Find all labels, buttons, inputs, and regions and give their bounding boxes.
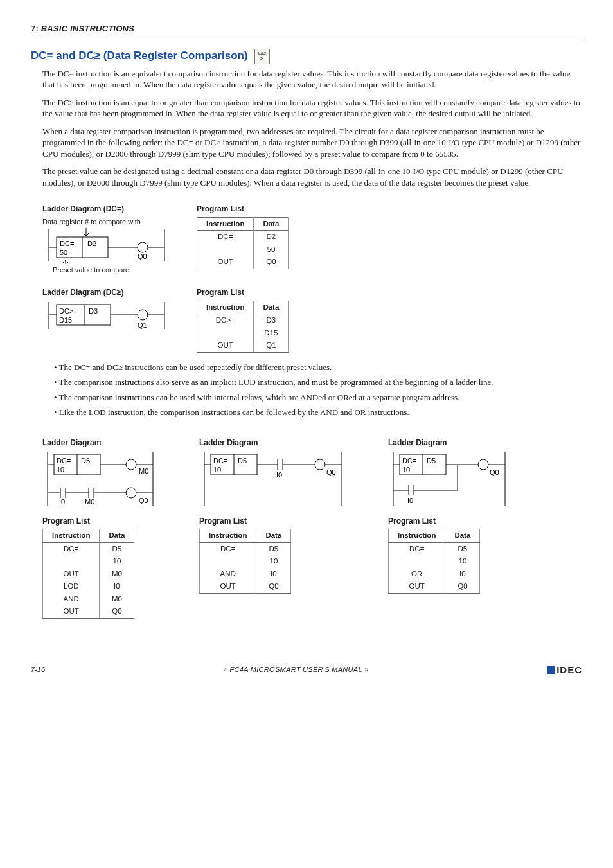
- ladder-dcge-heading: Ladder Diagram (DC≥): [42, 287, 171, 297]
- proglist-dcge-table: InstructionData DC>=D3 D15 OUTQ1: [197, 301, 289, 353]
- proglist-dceq-table: InstructionData DC=D2 50 OUTQ0: [197, 217, 289, 269]
- brand-text: IDEC: [556, 664, 582, 677]
- manual-title: « FC4A MICROSMART USER'S MANUAL »: [224, 665, 369, 675]
- ladderB-diagram: DC= 10 D5 I0 Q0: [199, 450, 347, 507]
- svg-text:D3: D3: [89, 307, 98, 315]
- svg-text:Q1: Q1: [138, 321, 147, 329]
- svg-text:10: 10: [57, 466, 64, 474]
- list-item: Like the LOD instruction, the comparison…: [54, 407, 582, 418]
- col-data: Data: [254, 217, 289, 231]
- svg-text:D5: D5: [427, 457, 436, 465]
- ladder-top-note: Data register # to compare with: [42, 217, 171, 227]
- section-heading: DC= and DC≥ (Data Register Comparison) #…: [31, 49, 582, 64]
- svg-text:D15: D15: [59, 316, 72, 324]
- ladder-dceq-heading: Ladder Diagram (DC=): [42, 204, 171, 214]
- svg-point-47: [126, 488, 136, 498]
- brand-square-icon: [547, 666, 555, 674]
- svg-text:DC>=: DC>=: [59, 307, 78, 315]
- ladderB-heading: Ladder Diagram: [199, 438, 347, 448]
- svg-text:Q0: Q0: [139, 497, 148, 504]
- comparison-icon: ### ≥: [254, 49, 270, 64]
- progC-table: InstructionData DC=D5 10 ORI0 OUTQ0: [388, 529, 480, 594]
- list-item: The comparison instructions also serve a…: [54, 376, 582, 388]
- svg-text:DC=: DC=: [57, 457, 71, 465]
- page-footer: 7-16 « FC4A MICROSMART USER'S MANUAL » I…: [31, 664, 582, 677]
- progC-heading: Program List: [388, 516, 510, 526]
- ladderC-diagram: DC= 10 D5 Q0 I0: [388, 450, 510, 507]
- page-number: 7-16: [31, 665, 45, 675]
- svg-text:10: 10: [213, 466, 221, 474]
- svg-point-35: [126, 459, 136, 470]
- section-heading-text: DC= and DC≥ (Data Register Comparison): [31, 49, 248, 64]
- svg-text:D2: D2: [87, 240, 96, 247]
- svg-text:DC=: DC=: [402, 457, 416, 465]
- svg-point-23: [138, 310, 148, 320]
- body-para-3: When a data register comparison instruct…: [42, 126, 582, 160]
- ladder-dceq-diagram: DC= 50 D2 Q0: [42, 227, 171, 264]
- chapter-number: 7:: [31, 24, 39, 33]
- svg-text:50: 50: [60, 249, 67, 256]
- svg-text:Q0: Q0: [490, 468, 499, 476]
- svg-text:Q0: Q0: [326, 468, 336, 476]
- svg-text:DC=: DC=: [213, 457, 227, 465]
- body-para-1: The DC= instruction is an equivalent com…: [42, 68, 582, 91]
- ladderA-diagram: DC= 10 D5 M0 I0 M0 Q0: [42, 450, 158, 507]
- svg-point-63: [315, 459, 325, 470]
- progA-heading: Program List: [42, 516, 158, 526]
- list-item: The comparison instructions can be used …: [54, 392, 582, 403]
- svg-text:I0: I0: [59, 498, 65, 506]
- body-para-2: The DC≥ instruction is an equal to or gr…: [42, 97, 582, 120]
- progA-table: InstructionData DC=D5 10 OUTM0 LODI0 AND…: [42, 529, 134, 619]
- svg-text:DC=: DC=: [60, 240, 74, 247]
- notes-list: The DC= and DC≥ instructions can be used…: [42, 362, 582, 418]
- col-instr: Instruction: [197, 301, 254, 314]
- svg-text:I0: I0: [407, 497, 413, 504]
- ladderA-heading: Ladder Diagram: [42, 438, 158, 448]
- svg-text:I0: I0: [276, 471, 282, 479]
- svg-text:M0: M0: [85, 498, 94, 506]
- body-para-4: The preset value can be designated using…: [42, 166, 582, 188]
- svg-text:Q0: Q0: [138, 252, 147, 260]
- svg-text:D5: D5: [238, 457, 247, 465]
- col-instr: Instruction: [197, 217, 254, 231]
- svg-text:M0: M0: [139, 467, 148, 475]
- proglist-dceq-heading: Program List: [197, 204, 289, 214]
- svg-point-10: [138, 242, 148, 252]
- col-data: Data: [254, 301, 289, 314]
- svg-text:10: 10: [402, 466, 410, 474]
- chapter-title: BASIC INSTRUCTIONS: [41, 24, 134, 33]
- ladder-bottom-note: Preset value to compare: [53, 265, 171, 275]
- list-item: The DC= and DC≥ instructions can be used…: [54, 362, 582, 373]
- ladderC-heading: Ladder Diagram: [388, 438, 510, 448]
- chapter-header: 7: BASIC INSTRUCTIONS: [31, 23, 582, 37]
- brand-logo: IDEC: [547, 664, 582, 677]
- icon-bottom: ≥: [258, 57, 266, 62]
- progB-table: InstructionData DC=D5 10 ANDI0 OUTQ0: [199, 529, 291, 594]
- svg-text:D5: D5: [81, 457, 90, 465]
- progB-heading: Program List: [199, 516, 347, 526]
- ladder-dcge-diagram: DC>= D15 D3 Q1: [42, 301, 171, 330]
- svg-point-76: [478, 459, 488, 470]
- proglist-dcge-heading: Program List: [197, 287, 289, 297]
